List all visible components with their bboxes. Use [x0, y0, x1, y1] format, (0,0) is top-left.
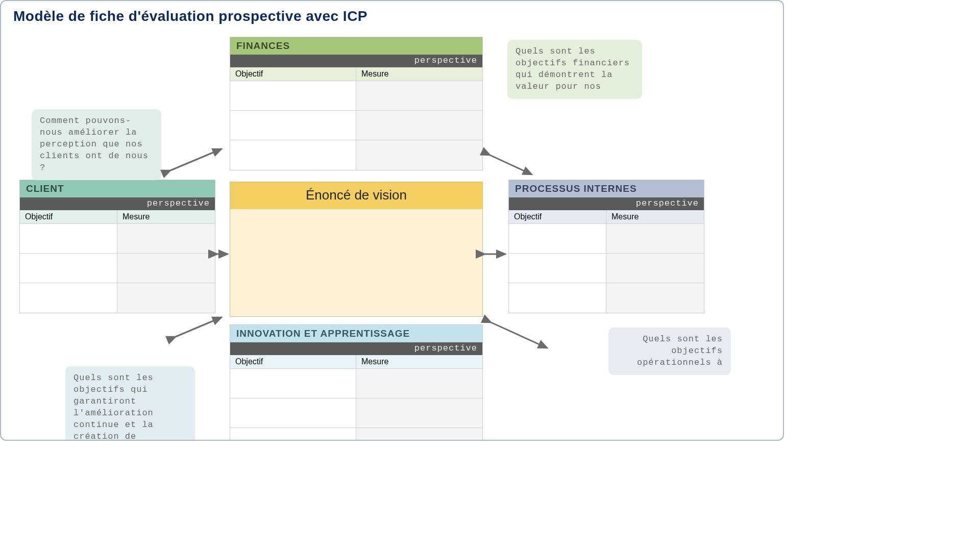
card-finances: FINANCES perspective Objectif Mesure — [230, 37, 483, 170]
vision-body[interactable] — [230, 209, 482, 316]
card-process-rows — [509, 224, 704, 313]
callout-finances: Quels sont les objectifs financiers qui … — [507, 40, 642, 99]
table-cell[interactable] — [356, 140, 482, 170]
callout-innovation: Quels sont les objectifs qui garantiront… — [65, 366, 195, 441]
col-measure-label: Mesure — [117, 210, 215, 224]
table-cell[interactable] — [117, 254, 215, 283]
arrow-icon — [170, 149, 222, 170]
vision-title: Énoncé de vision — [230, 182, 482, 209]
table-cell[interactable] — [230, 81, 356, 111]
card-client-rows — [20, 224, 215, 313]
card-client-subtitle: perspective — [20, 197, 215, 210]
table-cell[interactable] — [509, 254, 606, 283]
table-cell[interactable] — [20, 254, 117, 283]
table-cell[interactable] — [230, 398, 356, 428]
arrow-icon — [176, 317, 222, 337]
col-measure-label: Mesure — [606, 210, 704, 224]
card-innovation-subtitle: perspective — [230, 342, 482, 355]
col-measure-label: Mesure — [356, 67, 482, 81]
table-cell[interactable] — [117, 224, 215, 254]
callout-process: Quels sont les objectifs opérationnels à — [608, 328, 731, 375]
table-cell[interactable] — [606, 283, 704, 313]
card-finances-subtitle: perspective — [230, 55, 482, 67]
scorecard-frame: Modèle de fiche d'évaluation prospective… — [0, 0, 784, 441]
page-title: Modèle de fiche d'évaluation prospective… — [13, 8, 368, 24]
col-objective-label: Objectif — [20, 210, 117, 224]
col-objective-label: Objectif — [509, 210, 606, 224]
col-measure-label: Mesure — [356, 355, 482, 369]
table-cell[interactable] — [20, 224, 117, 254]
card-innovation-rows — [230, 369, 482, 441]
col-objective-label: Objectif — [230, 355, 356, 369]
table-cell[interactable] — [117, 283, 215, 313]
card-finances-title: FINANCES — [230, 37, 482, 55]
table-cell[interactable] — [509, 283, 606, 313]
table-cell[interactable] — [356, 398, 482, 428]
callout-client: Comment pouvons-nous améliorer la percep… — [32, 109, 161, 180]
card-process-subtitle: perspective — [509, 197, 704, 210]
table-cell[interactable] — [230, 140, 356, 170]
table-cell[interactable] — [20, 283, 117, 313]
table-cell[interactable] — [230, 369, 356, 398]
table-cell[interactable] — [509, 224, 606, 254]
table-cell[interactable] — [606, 224, 704, 254]
vision-box: Énoncé de vision — [230, 182, 483, 317]
table-cell[interactable] — [356, 111, 482, 140]
table-cell[interactable] — [606, 254, 704, 283]
table-cell[interactable] — [230, 111, 356, 140]
table-cell[interactable] — [356, 428, 482, 441]
table-cell[interactable] — [230, 428, 356, 441]
arrow-icon — [490, 155, 532, 174]
col-objective-label: Objectif — [230, 67, 356, 81]
card-innovation: INNOVATION ET APPRENTISSAGE perspective … — [230, 324, 483, 441]
table-cell[interactable] — [356, 369, 482, 398]
card-innovation-title: INNOVATION ET APPRENTISSAGE — [230, 325, 482, 342]
card-client: CLIENT perspective Objectif Mesure — [19, 180, 215, 313]
card-process: PROCESSUS INTERNES perspective Objectif … — [508, 180, 704, 313]
card-finances-rows — [230, 81, 482, 170]
arrow-icon — [491, 322, 547, 348]
card-client-title: CLIENT — [20, 180, 215, 197]
card-process-title: PROCESSUS INTERNES — [509, 180, 704, 197]
table-cell[interactable] — [356, 81, 482, 111]
